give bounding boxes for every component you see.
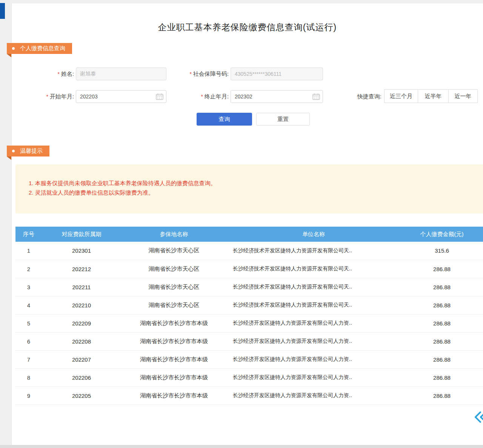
cell-period: 202205 [42, 387, 121, 405]
cell-seq: 7 [15, 350, 42, 368]
cell-employer: 长沙经济开发区捷特人力资源开发有限公司人力资.. [227, 368, 400, 387]
cell-period: 202301 [42, 242, 121, 260]
end-date-input[interactable] [231, 90, 323, 103]
cell-period: 202208 [42, 332, 121, 350]
table-row: 1 202301 湖南省长沙市天心区 长沙经济技术开发区捷特人力资源开发有限公司… [15, 242, 483, 260]
query-button[interactable]: 查询 [197, 113, 252, 126]
cell-place: 湖南省长沙市长沙市市本级 [121, 314, 227, 332]
table-row: 9 202205 湖南省长沙市长沙市市本级 长沙经济开发区捷特人力资源开发有限公… [15, 387, 483, 405]
section-badge-warm-tips: 温馨提示 [7, 146, 49, 156]
cell-seq: 5 [15, 314, 42, 332]
cell-period: 202211 [42, 278, 121, 296]
col-header-place: 参保地名称 [121, 227, 227, 242]
quick-query-group: 近三个月 近半年 近一年 [385, 89, 478, 103]
cell-place: 湖南省长沙市天心区 [121, 260, 227, 278]
name-field-wrap [76, 68, 166, 80]
cell-seq: 4 [15, 296, 42, 314]
col-header-employer: 单位名称 [227, 227, 400, 242]
cell-amount: 286.88 [400, 387, 483, 405]
cell-employer: 长沙经济开发区捷特人力资源开发有限公司人力资.. [227, 350, 400, 368]
col-header-seq: 序号 [15, 227, 42, 242]
quick-3months-button[interactable]: 近三个月 [384, 89, 418, 103]
left-blue-tab [0, 3, 5, 19]
cell-employer: 长沙经济技术开发区捷特人力资源开发有限公司天.. [227, 242, 400, 260]
ssn-field-wrap [231, 68, 323, 80]
cell-place: 湖南省长沙市长沙市市本级 [121, 387, 227, 405]
name-input[interactable] [76, 68, 166, 80]
cell-amount: 286.88 [400, 260, 483, 278]
cell-amount: 286.88 [400, 278, 483, 296]
cell-period: 202207 [42, 350, 121, 368]
start-date-wrap [76, 90, 166, 103]
section-badge-label: 温馨提示 [20, 147, 43, 155]
cell-seq: 2 [15, 260, 42, 278]
bullet-dot-icon [12, 47, 15, 50]
quick-1year-button[interactable]: 近一年 [448, 89, 478, 103]
cell-period: 202209 [42, 314, 121, 332]
required-asterisk: * [189, 71, 191, 77]
bullet-dot-icon [12, 150, 15, 152]
cell-amount: 286.88 [400, 314, 483, 332]
start-date-input[interactable] [76, 90, 166, 103]
ssn-label: *社会保障号码: [163, 70, 229, 78]
tips-line-2: 2. 灵活就业人员的缴费单位信息以实际缴费为准。 [29, 188, 476, 197]
cell-period: 202210 [42, 296, 121, 314]
cell-amount: 286.88 [400, 368, 483, 387]
cell-employer: 长沙经济开发区捷特人力资源开发有限公司人力资.. [227, 332, 400, 350]
end-date-wrap [231, 90, 323, 103]
cell-place: 湖南省长沙市天心区 [121, 296, 227, 314]
cell-period: 202206 [42, 368, 121, 387]
quick-query-label: 快捷查询: [344, 93, 381, 100]
calendar-icon[interactable] [156, 93, 163, 100]
cell-place: 湖南省长沙市长沙市市本级 [121, 368, 227, 387]
required-asterisk: * [46, 94, 48, 100]
table-row: 5 202209 湖南省长沙市长沙市市本级 长沙经济开发区捷特人力资源开发有限公… [15, 314, 483, 332]
required-asterisk: * [201, 94, 203, 100]
tips-notice-box: 1. 本服务仅提供尚未领取企业职工基本养老保险待遇人员的缴费信息查询。 2. 灵… [15, 164, 483, 213]
cell-employer: 长沙经济技术开发区捷特人力资源开发有限公司天.. [227, 278, 400, 296]
cell-amount: 286.88 [400, 296, 483, 314]
double-chevron-left-icon[interactable] [473, 410, 483, 425]
quick-halfyear-button[interactable]: 近半年 [418, 89, 449, 103]
name-label: *姓名: [27, 70, 74, 78]
cell-amount: 315.6 [400, 242, 483, 260]
page-title: 企业职工基本养老保险缴费信息查询(试运行) [12, 21, 483, 33]
cell-seq: 1 [15, 242, 42, 260]
table-row: 7 202207 湖南省长沙市长沙市市本级 长沙经济开发区捷特人力资源开发有限公… [15, 350, 483, 368]
ssn-input[interactable] [231, 68, 323, 80]
section-badge-personal-payment-query: 个人缴费信息查询 [7, 43, 72, 54]
start-date-label: *开始年月: [27, 93, 74, 100]
main-panel: 企业职工基本养老保险缴费信息查询(试运行) *姓名: *社会保障号码: *开始年… [11, 3, 483, 445]
cell-amount: 286.88 [400, 350, 483, 368]
cell-place: 湖南省长沙市天心区 [121, 278, 227, 296]
results-table: 序号 对应费款所属期 参保地名称 单位名称 个人缴费金额(元) 1 202301… [15, 227, 483, 405]
cell-seq: 8 [15, 368, 42, 387]
cell-seq: 3 [15, 278, 42, 296]
cell-seq: 9 [15, 387, 42, 405]
cell-period: 202212 [42, 260, 121, 278]
calendar-icon[interactable] [312, 93, 320, 100]
cell-employer: 长沙经济技术开发区捷特人力资源开发有限公司天.. [227, 260, 400, 278]
required-asterisk: * [57, 71, 59, 77]
table-row: 2 202212 湖南省长沙市天心区 长沙经济技术开发区捷特人力资源开发有限公司… [15, 260, 483, 278]
cell-employer: 长沙经济技术开发区捷特人力资源开发有限公司天.. [227, 296, 400, 314]
table-row: 8 202206 湖南省长沙市长沙市市本级 长沙经济开发区捷特人力资源开发有限公… [15, 368, 483, 387]
section-badge-label: 个人缴费信息查询 [20, 45, 65, 52]
tips-line-1: 1. 本服务仅提供尚未领取企业职工基本养老保险待遇人员的缴费信息查询。 [29, 178, 476, 188]
table-row: 6 202208 湖南省长沙市长沙市市本级 长沙经济开发区捷特人力资源开发有限公… [15, 332, 483, 350]
cell-seq: 6 [15, 332, 42, 350]
cell-place: 湖南省长沙市天心区 [121, 242, 227, 260]
cell-employer: 长沙经济开发区捷特人力资源开发有限公司人力资.. [227, 314, 400, 332]
cell-place: 湖南省长沙市长沙市市本级 [121, 350, 227, 368]
col-header-period: 对应费款所属期 [42, 227, 121, 242]
end-date-label: *终止年月: [163, 93, 229, 100]
table-row: 4 202210 湖南省长沙市天心区 长沙经济技术开发区捷特人力资源开发有限公司… [15, 296, 483, 314]
cell-employer: 长沙经济开发区捷特人力资源开发有限公司人力资.. [227, 387, 400, 405]
cell-amount: 286.88 [400, 332, 483, 350]
table-row: 3 202211 湖南省长沙市天心区 长沙经济技术开发区捷特人力资源开发有限公司… [15, 278, 483, 296]
table-header-row: 序号 对应费款所属期 参保地名称 单位名称 个人缴费金额(元) [15, 227, 483, 242]
col-header-amount: 个人缴费金额(元) [400, 227, 483, 242]
bottom-divider [0, 445, 483, 448]
cell-place: 湖南省长沙市长沙市市本级 [121, 332, 227, 350]
reset-button[interactable]: 重置 [256, 113, 310, 126]
